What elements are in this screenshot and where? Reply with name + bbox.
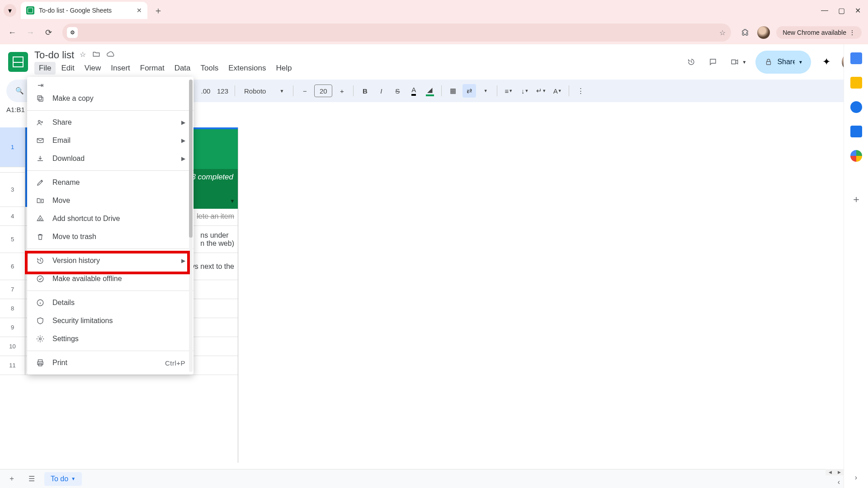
- menu-scrollbar[interactable]: [189, 80, 193, 372]
- tasks-icon[interactable]: [850, 101, 862, 113]
- menu-item-import[interactable]: ⇥ Import: [27, 80, 193, 89]
- menu-item-download[interactable]: Download ▶: [27, 150, 193, 168]
- comments-icon[interactable]: [707, 56, 719, 68]
- menu-extensions[interactable]: Extensions: [224, 62, 270, 75]
- bold-button[interactable]: B: [358, 84, 372, 98]
- contacts-icon[interactable]: [850, 126, 862, 137]
- row-header[interactable]: 1: [0, 127, 25, 167]
- menu-item-email[interactable]: Email ▶: [27, 131, 193, 150]
- meet-icon[interactable]: [728, 56, 741, 68]
- info-icon: [35, 299, 45, 307]
- row-header[interactable]: 7: [0, 280, 25, 299]
- row-header[interactable]: 6: [0, 253, 25, 280]
- maximize-window-button[interactable]: ▢: [838, 6, 845, 15]
- menu-item-print[interactable]: Print Ctrl+P: [27, 354, 193, 372]
- menu-view[interactable]: View: [80, 62, 106, 75]
- menu-item-security-limitations[interactable]: Security limitations: [27, 312, 193, 330]
- address-bar[interactable]: ⚙ ☆: [62, 23, 731, 42]
- gemini-icon[interactable]: ✦: [820, 56, 833, 68]
- share-button[interactable]: Share ▼: [755, 51, 811, 74]
- bookmark-star-icon[interactable]: ☆: [719, 28, 726, 37]
- hide-side-panel-button[interactable]: ›: [855, 474, 857, 482]
- row-header[interactable]: 10: [0, 337, 25, 356]
- font-size-input[interactable]: 20: [314, 84, 332, 97]
- rotate-button[interactable]: A▼: [551, 84, 564, 98]
- row-header[interactable]: 8: [0, 299, 25, 318]
- sheets-logo-icon[interactable]: [8, 52, 28, 72]
- decrease-decimals-button[interactable]: .00: [199, 84, 212, 98]
- menu-item-move-to-trash[interactable]: Move to trash: [27, 228, 193, 246]
- site-settings-icon[interactable]: ⚙: [67, 27, 78, 38]
- row-header[interactable]: 3: [0, 173, 25, 207]
- h-align-button[interactable]: ≡▼: [502, 84, 515, 98]
- scroll-left-button[interactable]: ◀: [826, 469, 835, 475]
- borders-button[interactable]: ▦: [446, 84, 460, 98]
- row-header[interactable]: 5: [0, 226, 25, 253]
- menu-item-version-history[interactable]: Version history ▶: [27, 252, 193, 270]
- keep-icon[interactable]: [850, 77, 862, 89]
- menu-data[interactable]: Data: [170, 62, 195, 75]
- back-button[interactable]: ←: [6, 28, 18, 38]
- menu-insert[interactable]: Insert: [106, 62, 135, 75]
- calendar-icon[interactable]: [850, 52, 862, 64]
- profile-avatar-icon[interactable]: [757, 26, 770, 39]
- new-tab-button[interactable]: ＋: [154, 5, 163, 17]
- history-icon[interactable]: [685, 56, 698, 68]
- cloud-status-icon[interactable]: [107, 50, 115, 60]
- merge-dropdown-icon[interactable]: ▼: [479, 84, 492, 98]
- menu-format[interactable]: Format: [136, 62, 169, 75]
- increase-font-button[interactable]: +: [335, 84, 349, 98]
- scroll-right-button[interactable]: ▶: [835, 469, 844, 475]
- menu-item-rename[interactable]: Rename: [27, 174, 193, 192]
- v-align-button[interactable]: ↓▼: [518, 84, 532, 98]
- row-header[interactable]: 11: [0, 356, 25, 375]
- get-addons-button[interactable]: ＋: [851, 192, 861, 206]
- menu-file[interactable]: File: [34, 62, 56, 75]
- filter-icon[interactable]: ▼: [230, 198, 235, 204]
- menu-item-details[interactable]: Details: [27, 294, 193, 312]
- wrap-button[interactable]: ↵▼: [534, 84, 548, 98]
- browser-tab-strip: ▾ To-do list - Google Sheets ✕ ＋ — ▢ ✕: [0, 0, 868, 21]
- menu-item-make-available-offline[interactable]: Make available offline: [27, 270, 193, 288]
- menu-item-make-a-copy[interactable]: Make a copy: [27, 89, 193, 108]
- row-header[interactable]: [0, 167, 25, 173]
- menu-item-add-shortcut[interactable]: Add shortcut to Drive: [27, 210, 193, 228]
- chrome-update-chip[interactable]: New Chrome available ⋮: [776, 26, 862, 39]
- menu-item-move[interactable]: Move: [27, 192, 193, 210]
- extensions-icon[interactable]: [739, 27, 751, 38]
- name-box[interactable]: A1:B1: [4, 105, 28, 114]
- format-123-button[interactable]: 123: [215, 84, 230, 98]
- text-color-button[interactable]: A: [407, 84, 420, 98]
- search-menu-button[interactable]: 🔍: [13, 84, 26, 98]
- font-family-dropdown[interactable]: Roboto ▼: [240, 87, 288, 95]
- toolbar-overflow-button[interactable]: ⋮: [574, 84, 587, 98]
- tab-search-button[interactable]: ▾: [4, 4, 16, 17]
- row-header[interactable]: 4: [0, 207, 25, 226]
- move-icon: [35, 197, 45, 205]
- document-title[interactable]: To-do list: [34, 49, 74, 61]
- row-header[interactable]: 9: [0, 318, 25, 337]
- menu-tools[interactable]: Tools: [196, 62, 223, 75]
- minimize-window-button[interactable]: —: [821, 6, 828, 14]
- decrease-font-button[interactable]: −: [298, 84, 311, 98]
- menu-edit[interactable]: Edit: [57, 62, 79, 75]
- menu-item-settings[interactable]: Settings: [27, 330, 193, 348]
- menu-item-share[interactable]: Share ▶: [27, 113, 193, 131]
- sheet-tab-menu-icon[interactable]: ▼: [71, 476, 75, 481]
- strikethrough-button[interactable]: S: [391, 84, 404, 98]
- meet-dropdown-icon[interactable]: ▼: [742, 60, 746, 65]
- svg-rect-1: [39, 97, 43, 101]
- move-folder-icon[interactable]: [92, 50, 100, 60]
- reload-button[interactable]: ⟳: [42, 28, 54, 38]
- browser-tab[interactable]: To-do list - Google Sheets ✕: [21, 2, 147, 19]
- italic-button[interactable]: I: [374, 84, 388, 98]
- menu-help[interactable]: Help: [271, 62, 296, 75]
- explore-button[interactable]: ‹: [838, 478, 840, 486]
- close-window-button[interactable]: ✕: [855, 6, 861, 15]
- share-dropdown-button[interactable]: ▼: [795, 55, 809, 69]
- close-tab-button[interactable]: ✕: [137, 7, 142, 14]
- maps-icon[interactable]: [850, 150, 862, 162]
- star-icon[interactable]: ☆: [80, 50, 86, 60]
- merge-cells-button[interactable]: ⇄: [462, 84, 476, 98]
- fill-color-button[interactable]: ◢: [423, 84, 437, 98]
